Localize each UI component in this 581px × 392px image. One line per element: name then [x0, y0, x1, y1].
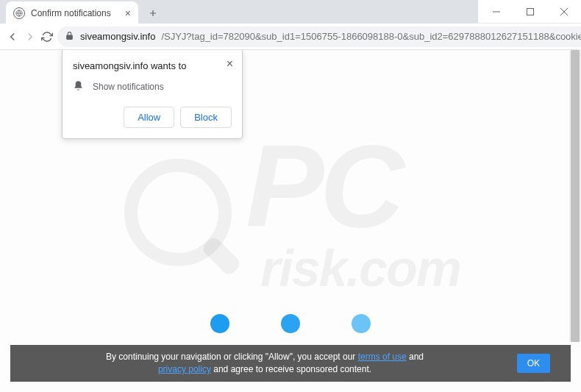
allow-button[interactable]: Allow: [124, 107, 174, 128]
dot-icon: [210, 314, 229, 333]
magnifier-icon: [121, 154, 238, 272]
new-tab-button[interactable]: [143, 3, 163, 24]
privacy-link[interactable]: privacy policy: [158, 364, 211, 374]
url-path: /SJYJ?tag_id=782090&sub_id1=1506755-1866…: [161, 31, 581, 42]
terms-link[interactable]: terms of use: [358, 352, 407, 362]
reload-button[interactable]: [41, 26, 53, 47]
consent-text: By continuing your navigation or clickin…: [106, 351, 424, 376]
close-icon[interactable]: ×: [227, 57, 233, 71]
page-viewport: PC risk.com By continuing your navigatio…: [0, 50, 581, 392]
notification-permission-popup: siveamongsiv.info wants to × Show notifi…: [62, 50, 243, 139]
vertical-scrollbar[interactable]: [569, 50, 581, 342]
permission-item: Show notifications: [93, 82, 164, 92]
watermark-sub: risk.com: [246, 247, 460, 288]
svg-rect-1: [527, 8, 534, 15]
consent-bar: By continuing your navigation or clickin…: [10, 345, 571, 382]
consent-ok-button[interactable]: OK: [517, 354, 550, 373]
url-input[interactable]: siveamongsiv.info/SJYJ?tag_id=782090&sub…: [57, 26, 581, 47]
loading-dots: [210, 314, 371, 333]
maximize-button[interactable]: [513, 0, 547, 24]
lock-icon: [65, 31, 74, 43]
watermark-main: PC: [246, 119, 400, 251]
scrollbar-thumb[interactable]: [571, 50, 580, 342]
browser-tab[interactable]: Confirm notifications ×: [6, 1, 138, 25]
minimize-button[interactable]: [480, 0, 513, 24]
url-host: siveamongsiv.info: [80, 31, 155, 42]
block-button[interactable]: Block: [180, 107, 232, 128]
watermark-logo: PC risk.com: [121, 138, 460, 288]
close-icon[interactable]: ×: [125, 7, 131, 19]
dot-icon: [352, 314, 371, 333]
address-bar: siveamongsiv.info/SJYJ?tag_id=782090&sub…: [0, 24, 581, 50]
tab-title: Confirm notifications: [31, 8, 119, 18]
dot-icon: [281, 314, 300, 333]
close-window-button[interactable]: [547, 0, 581, 24]
permission-title: siveamongsiv.info wants to: [73, 60, 232, 71]
globe-icon: [13, 7, 25, 19]
bell-icon: [73, 80, 84, 93]
tab-bar: Confirm notifications ×: [0, 0, 478, 25]
forward-button[interactable]: [24, 26, 37, 47]
back-button[interactable]: [6, 26, 19, 47]
